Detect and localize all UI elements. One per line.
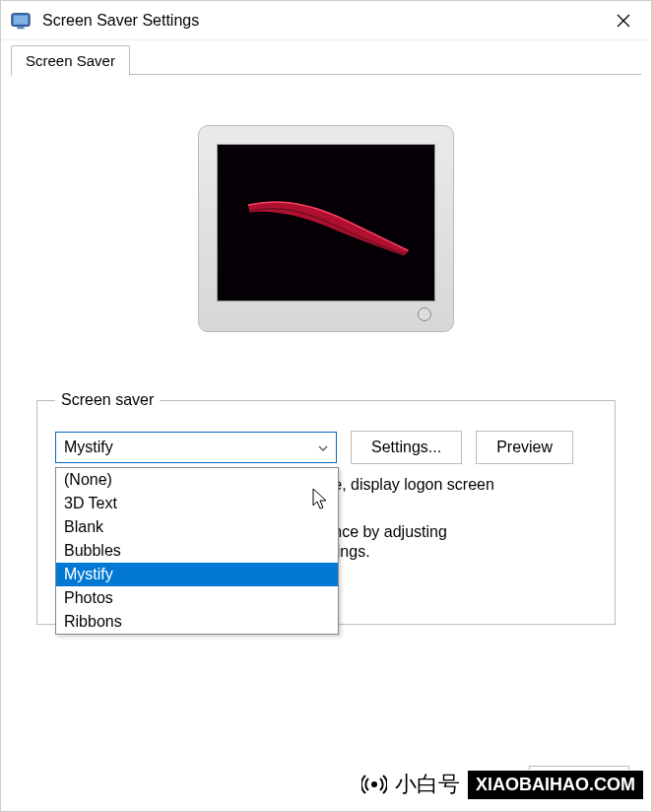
- preview-monitor: [198, 125, 454, 332]
- mystify-ribbon-icon: [239, 191, 413, 261]
- svg-rect-2: [17, 27, 24, 29]
- monitor-led-icon: [418, 307, 431, 321]
- option-bubbles[interactable]: Bubbles: [56, 539, 338, 563]
- preview-button[interactable]: Preview: [476, 431, 573, 464]
- preview-monitor-container: [25, 125, 627, 332]
- option-blank[interactable]: Blank: [56, 515, 338, 539]
- chevron-down-icon: [318, 440, 328, 454]
- svg-rect-1: [14, 15, 29, 24]
- app-icon: [9, 9, 33, 33]
- watermark-domain-text: XIAOBAIHAO.COM: [468, 771, 643, 799]
- svg-point-5: [371, 781, 377, 787]
- window-title: Screen Saver Settings: [42, 12, 604, 30]
- settings-button[interactable]: Settings...: [351, 431, 462, 464]
- screensaver-dropdown-list[interactable]: (None) 3D Text Blank Bubbles Mystify Pho…: [55, 467, 339, 635]
- screensaver-selected-text: Mystify: [64, 439, 318, 456]
- screensaver-group: Screen saver Mystify Settings... Preview…: [36, 391, 616, 625]
- watermark-badge: 小白号 XIAOBAIHAO.COM: [361, 770, 643, 799]
- close-button[interactable]: [604, 1, 643, 40]
- tab-bar: Screen Saver: [1, 40, 651, 75]
- watermark-cn-text: 小白号: [395, 770, 460, 799]
- option-photos[interactable]: Photos: [56, 586, 338, 610]
- titlebar: Screen Saver Settings: [1, 1, 651, 40]
- tab-screen-saver[interactable]: Screen Saver: [11, 45, 130, 76]
- preview-screen: [217, 144, 435, 302]
- option-ribbons[interactable]: Ribbons: [56, 610, 338, 634]
- broadcast-icon: [361, 772, 387, 797]
- screensaver-dropdown[interactable]: Mystify: [55, 432, 337, 463]
- option-mystify[interactable]: Mystify: [56, 563, 338, 586]
- screensaver-legend: Screen saver: [55, 391, 160, 409]
- option-none[interactable]: (None): [56, 468, 338, 492]
- option-3d-text[interactable]: 3D Text: [56, 492, 338, 515]
